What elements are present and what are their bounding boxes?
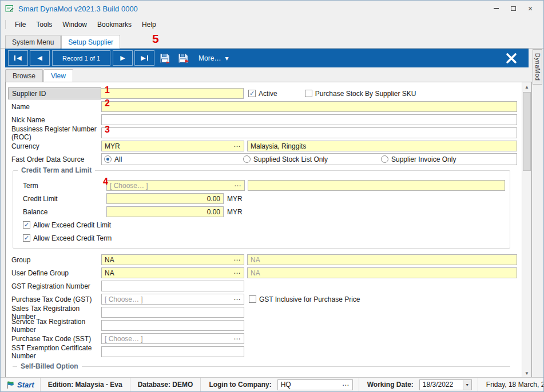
radio-all-icon xyxy=(104,155,112,163)
service-tax-reg-input[interactable] xyxy=(101,320,244,331)
maximize-button[interactable] xyxy=(509,5,517,13)
close-view-button[interactable] xyxy=(505,52,518,65)
scroll-up-arrow-icon[interactable]: ▲ xyxy=(522,82,531,91)
nick-name-input[interactable] xyxy=(101,114,517,125)
view-tab-strip: Browse View xyxy=(1,67,543,82)
gst-reg-row: GST Registration Number xyxy=(8,279,517,293)
save-and-close-button[interactable] xyxy=(175,50,192,66)
purchase-tax-sst-lookup-icon[interactable]: … xyxy=(233,333,241,341)
previous-record-button[interactable]: ◀ xyxy=(30,50,50,66)
first-record-button[interactable]: ◀ xyxy=(8,50,28,66)
active-checkbox[interactable]: ✓ Active xyxy=(248,90,277,98)
working-date-dropdown-icon[interactable]: ▼ xyxy=(463,380,471,390)
tab-view[interactable]: View xyxy=(43,69,73,82)
group-desc: NA xyxy=(251,256,260,264)
balance-row: Balance 0.00 MYR xyxy=(18,205,505,218)
group-label: Group xyxy=(8,256,101,264)
close-window-button[interactable]: × xyxy=(526,5,534,13)
purchase-tax-gst-lookup-icon[interactable]: … xyxy=(233,293,241,302)
allow-exceed-limit-checkbox[interactable]: ✓ Allow Exceed Credit Limit xyxy=(23,221,111,229)
menu-bookmarks[interactable]: Bookmarks xyxy=(92,18,137,31)
more-menu-button[interactable]: More… ▾ xyxy=(194,54,233,62)
currency-name: Malaysia, Ringgits xyxy=(251,142,306,150)
company-lookup-icon[interactable]: … xyxy=(342,379,350,387)
gst-inclusive-checkbox-box xyxy=(249,295,256,303)
purchase-tax-gst-label: Purchase Tax Code (GST) xyxy=(8,295,101,303)
radio-supplied-stock-list[interactable]: Supplied Stock List Only xyxy=(243,154,328,165)
purchase-tax-sst-input[interactable]: [ Choose… ] … xyxy=(101,333,244,344)
close-view-icon xyxy=(505,52,518,65)
currency-row: Currency MYR … Malaysia, Ringgits xyxy=(8,139,517,153)
vertical-scrollbar[interactable]: ▲ ▼ xyxy=(522,82,531,378)
currency-input[interactable]: MYR … xyxy=(101,141,244,151)
side-tab-dynamod[interactable]: DynaMod xyxy=(533,49,542,85)
working-date-combo[interactable]: 18/3/2022 ▼ xyxy=(419,379,472,390)
annotation-5: 5 xyxy=(152,32,159,46)
currency-label: Currency xyxy=(8,142,101,150)
group-input[interactable]: NA … xyxy=(101,254,244,265)
start-button[interactable]: Start xyxy=(1,381,40,389)
term-input[interactable]: [ Choose… ] … xyxy=(106,180,245,191)
allow-exceed-limit-label: Allow Exceed Credit Limit xyxy=(33,221,111,229)
next-record-button[interactable]: ▶ xyxy=(113,50,133,66)
tab-system-menu[interactable]: System Menu xyxy=(5,35,61,49)
balance-input[interactable]: 0.00 xyxy=(106,206,224,217)
fast-order-row: Fast Order Data Source All Supplied Stoc… xyxy=(8,153,517,166)
group-value: NA xyxy=(105,256,114,264)
fast-order-label: Fast Order Data Source xyxy=(8,155,101,163)
company-combo[interactable]: HQ … xyxy=(277,379,353,390)
minimize-button[interactable] xyxy=(492,5,500,13)
scroll-down-arrow-icon[interactable]: ▼ xyxy=(522,369,531,378)
first-record-icon: ◀ xyxy=(17,54,21,62)
name-row: Name xyxy=(8,100,517,113)
sst-exemption-input[interactable] xyxy=(101,346,244,357)
tab-setup-supplier[interactable]: Setup Supplier xyxy=(61,35,120,49)
brn-row: Bussiness Register Number (ROC) xyxy=(8,126,517,139)
supplier-id-input[interactable] xyxy=(101,88,244,99)
next-record-icon: ▶ xyxy=(120,54,125,62)
window-title: Smart DynaMod v2021.3 Build 0000 xyxy=(18,5,138,13)
last-record-icon: ▶ xyxy=(141,54,145,62)
login-company-label: Login to Company: xyxy=(201,381,277,389)
currency-lookup-icon[interactable]: … xyxy=(233,140,241,149)
purchase-tax-sst-placeholder: [ Choose… ] xyxy=(105,335,143,343)
term-lookup-icon[interactable]: … xyxy=(234,179,241,188)
titlebar: Smart DynaMod v2021.3 Build 0000 × xyxy=(1,1,543,17)
radio-supplied-stock-list-icon xyxy=(243,155,251,163)
sales-tax-reg-input[interactable] xyxy=(101,307,244,318)
supplier-id-row: Supplier ID ✓ Active Purchase Stock By S… xyxy=(8,87,517,100)
allow-exceed-term-checkbox[interactable]: ✓ Allow Exceed Credit Term xyxy=(23,234,112,242)
name-input[interactable] xyxy=(101,101,517,112)
user-define-group-input[interactable]: NA … xyxy=(101,267,244,278)
self-billed-title: Self-Billed Option xyxy=(17,362,82,370)
allow-exceed-term-box: ✓ xyxy=(23,234,30,242)
menu-help[interactable]: Help xyxy=(137,18,161,31)
group-lookup-icon[interactable]: … xyxy=(233,254,241,262)
service-tax-reg-label: Service Tax Registration Number xyxy=(8,318,101,334)
scrollbar-thumb[interactable] xyxy=(523,92,531,171)
first-record-bar-icon xyxy=(14,55,15,61)
menu-window[interactable]: Window xyxy=(57,18,92,31)
more-dropdown-icon: ▾ xyxy=(225,54,228,62)
purchase-tax-gst-input[interactable]: [ Choose… ] … xyxy=(101,294,244,305)
user-define-group-lookup-icon[interactable]: … xyxy=(233,267,241,275)
annotation-2: 2 xyxy=(105,98,110,109)
radio-all[interactable]: All xyxy=(104,154,122,165)
record-toolbar: ◀ ◀ Record 1 of 1 ▶ ▶ xyxy=(5,49,529,67)
purchase-sku-checkbox[interactable]: Purchase Stock By Supplier SKU xyxy=(305,90,416,98)
credit-limit-input[interactable]: 0.00 xyxy=(106,193,224,204)
menu-tools[interactable]: Tools xyxy=(31,18,57,31)
gst-reg-input[interactable] xyxy=(101,281,244,291)
menu-file[interactable]: File xyxy=(10,18,31,31)
radio-all-label: All xyxy=(114,155,122,163)
gst-inclusive-checkbox[interactable]: GST Inclusive for Purchase Price xyxy=(249,295,360,303)
tab-browse[interactable]: Browse xyxy=(5,69,43,82)
side-tab-label: DynaMod xyxy=(534,53,541,81)
last-record-button[interactable]: ▶ xyxy=(134,50,154,66)
save-button[interactable] xyxy=(156,50,173,66)
user-define-group-value: NA xyxy=(105,269,114,277)
annotation-1: 1 xyxy=(105,85,110,95)
radio-supplier-invoice[interactable]: Supplier Invoice Only xyxy=(381,154,456,165)
brn-input[interactable] xyxy=(101,127,517,138)
last-record-bar-icon xyxy=(147,55,148,61)
